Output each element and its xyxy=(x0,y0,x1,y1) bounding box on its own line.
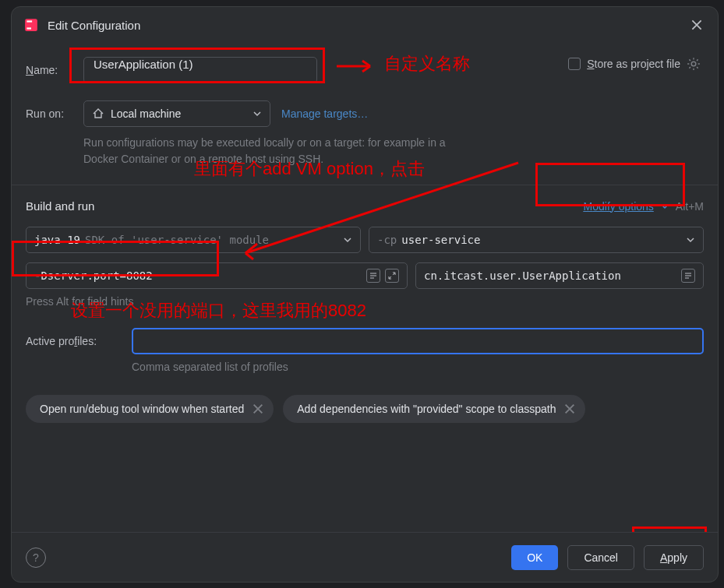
gear-icon[interactable] xyxy=(687,57,701,71)
titlebar: Edit Configuration xyxy=(12,7,718,40)
dialog-title: Edit Configuration xyxy=(48,19,690,32)
runon-value: Local machine xyxy=(111,107,181,120)
jdk-dropdown[interactable]: java 19 SDK of 'user-service' module xyxy=(26,227,361,253)
vm-options-input[interactable]: -Dserver.port=8082 xyxy=(26,262,408,289)
svg-rect-2 xyxy=(26,27,31,29)
manage-targets-link[interactable]: Manage targets… xyxy=(281,107,368,120)
main-class-value: cn.itcast.user.UserApplication xyxy=(424,269,621,282)
build-and-run-title: Build and run xyxy=(26,199,94,213)
name-label: Name: xyxy=(26,64,83,76)
store-checkbox[interactable] xyxy=(568,58,581,70)
chip-provided-scope[interactable]: Add dependencies with "provided" scope t… xyxy=(283,395,585,423)
cp-prefix: -cp xyxy=(377,234,397,246)
close-icon[interactable] xyxy=(690,18,704,32)
inline-hint-icon[interactable] xyxy=(681,269,695,283)
apply-button[interactable]: Apply xyxy=(644,545,704,570)
close-icon[interactable] xyxy=(563,403,576,415)
runon-hint: Run configurations may be executed local… xyxy=(83,135,473,167)
chip-label: Open run/debug tool window when started xyxy=(40,403,244,415)
build-header: Build and run Modify options Alt+M xyxy=(26,199,704,213)
cancel-button[interactable]: Cancel xyxy=(567,545,634,570)
svg-rect-1 xyxy=(26,20,32,22)
expand-icon[interactable] xyxy=(385,269,399,283)
app-icon xyxy=(24,18,38,32)
modify-options-link[interactable]: Modify options xyxy=(584,200,654,213)
store-label: Store as project file xyxy=(587,58,680,70)
name-input-wrapper xyxy=(83,57,317,83)
name-input[interactable] xyxy=(94,58,307,71)
store-as-project-file[interactable]: Store as project file xyxy=(568,57,701,71)
chevron-down-icon xyxy=(660,202,669,211)
profiles-hint: Comma separated list of profiles xyxy=(132,361,704,373)
vm-mainclass-row: -Dserver.port=8082 cn.itcast.user.UserAp… xyxy=(26,262,704,289)
ok-button[interactable]: OK xyxy=(511,545,558,570)
close-icon[interactable] xyxy=(252,403,264,415)
chevron-down-icon xyxy=(686,235,695,245)
chevron-down-icon xyxy=(343,235,352,245)
classpath-dropdown[interactable]: -cp user-service xyxy=(369,227,704,253)
dialog-footer: ? OK Cancel Apply xyxy=(12,532,718,582)
jdk-cp-row: java 19 SDK of 'user-service' module -cp… xyxy=(26,227,704,253)
profiles-label: Active profiles: xyxy=(26,335,122,347)
runon-label: Run on: xyxy=(26,107,83,120)
chip-label: Add dependencies with "provided" scope t… xyxy=(297,403,556,415)
vm-hint: Press Alt for field hints xyxy=(26,295,704,308)
section-divider xyxy=(12,185,718,185)
jdk-name: java 19 xyxy=(34,234,80,246)
jdk-desc: SDK of 'user-service' module xyxy=(85,234,269,246)
active-profiles-input[interactable] xyxy=(132,328,704,354)
svg-point-3 xyxy=(691,62,696,66)
edit-configuration-dialog: Edit Configuration Name: Store as projec… xyxy=(11,6,719,583)
cp-value: user-service xyxy=(401,234,480,246)
modify-shortcut: Alt+M xyxy=(676,200,704,213)
chevron-down-icon xyxy=(253,109,262,118)
field-icons xyxy=(681,269,695,283)
runon-row: Run on: Local machine Manage targets… xyxy=(26,100,704,127)
field-icons xyxy=(366,269,399,283)
runon-dropdown[interactable]: Local machine xyxy=(83,100,270,127)
main-class-input[interactable]: cn.itcast.user.UserApplication xyxy=(415,262,704,289)
inline-hint-icon[interactable] xyxy=(366,269,380,283)
modify-options-wrap: Modify options Alt+M xyxy=(584,200,704,213)
options-chips: Open run/debug tool window when started … xyxy=(26,395,704,423)
chip-open-tool-window[interactable]: Open run/debug tool window when started xyxy=(26,395,274,423)
home-icon xyxy=(92,107,104,120)
anno-apply-box xyxy=(632,526,707,532)
profiles-row: Active profiles: xyxy=(26,328,704,354)
dialog-content: Name: Store as project file Run on: Loca… xyxy=(12,40,718,532)
vm-options-value: -Dserver.port=8082 xyxy=(34,269,153,282)
help-button[interactable]: ? xyxy=(26,548,46,568)
name-row: Name: Store as project file xyxy=(26,57,704,83)
